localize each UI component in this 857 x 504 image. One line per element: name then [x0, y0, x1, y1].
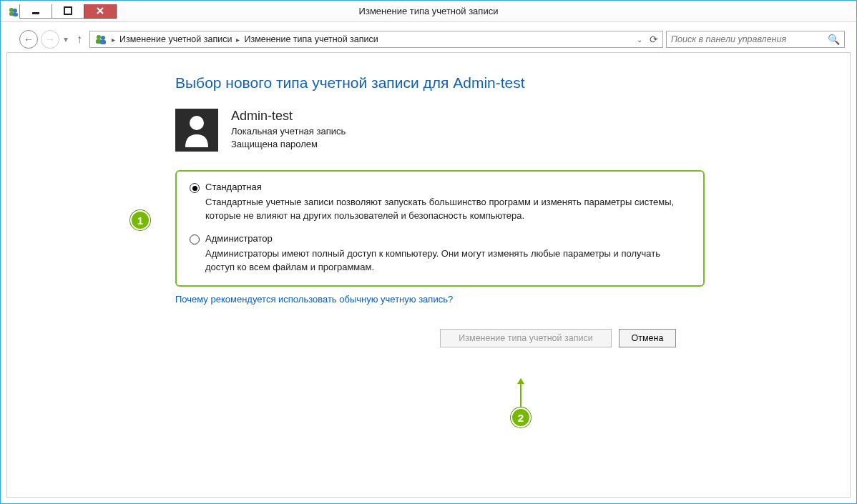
- radio-icon: [190, 234, 200, 244]
- callout-badge-1: 1: [130, 210, 150, 230]
- svg-rect-9: [100, 40, 106, 44]
- page-title: Выбор нового типа учетной записи для Adm…: [175, 74, 821, 92]
- change-account-type-button[interactable]: Изменение типа учетной записи: [440, 329, 612, 347]
- window-frame: Изменение типа учетной записи ← → ▾ ↑ ▸ …: [0, 0, 857, 504]
- user-name: Admin-test: [231, 109, 346, 124]
- user-account-type: Локальная учетная запись: [231, 125, 346, 138]
- app-icon: [8, 6, 19, 17]
- help-link[interactable]: Почему рекомендуется использовать обычну…: [175, 294, 821, 305]
- chevron-right-icon: ▸: [112, 36, 115, 44]
- callout-badge-2: 2: [511, 407, 531, 428]
- callout-arrow: [520, 379, 521, 407]
- breadcrumb-item[interactable]: Изменение учетной записи: [119, 34, 232, 44]
- svg-point-7: [101, 36, 105, 40]
- account-type-options: Стандартная Стандартные учетные записи п…: [175, 170, 705, 287]
- up-button[interactable]: ↑: [77, 33, 82, 46]
- user-password-status: Защищена паролем: [231, 138, 346, 151]
- svg-point-0: [9, 8, 14, 12]
- radio-label: Стандартная: [205, 182, 262, 192]
- svg-rect-4: [32, 12, 39, 14]
- content-pane: Выбор нового типа учетной записи для Adm…: [6, 52, 851, 498]
- maximize-button[interactable]: [52, 4, 84, 19]
- radio-administrator[interactable]: Администратор: [190, 233, 690, 244]
- radio-description: Администраторы имеют полный доступ к ком…: [205, 247, 690, 275]
- cancel-button[interactable]: Отмена: [619, 329, 676, 347]
- breadcrumb-item[interactable]: Изменение типа учетной записи: [244, 34, 378, 44]
- search-input[interactable]: Поиск в панели управления 🔍: [666, 31, 845, 48]
- window-controls: [19, 4, 119, 19]
- user-summary: Admin-test Локальная учетная запись Защи…: [175, 109, 821, 152]
- svg-rect-5: [64, 7, 72, 14]
- radio-label: Администратор: [205, 233, 273, 244]
- chevron-right-icon: ▸: [236, 36, 240, 44]
- avatar: [175, 109, 218, 152]
- forward-button[interactable]: →: [41, 30, 59, 49]
- refresh-icon[interactable]: ⟳: [650, 34, 658, 45]
- back-button[interactable]: ←: [19, 30, 38, 49]
- search-placeholder: Поиск в панели управления: [671, 34, 828, 44]
- close-button[interactable]: [84, 4, 117, 19]
- minimize-button[interactable]: [19, 4, 52, 19]
- svg-rect-3: [13, 13, 18, 16]
- radio-icon: [190, 183, 200, 193]
- action-buttons: Изменение типа учетной записи Отмена: [440, 329, 821, 347]
- svg-point-1: [13, 9, 17, 13]
- history-dropdown-icon[interactable]: ▾: [64, 34, 68, 44]
- svg-point-10: [190, 116, 204, 130]
- radio-description: Стандартные учетные записи позволяют зап…: [205, 196, 690, 223]
- breadcrumb: Изменение учетной записи ▸ Изменение тип…: [119, 34, 632, 44]
- address-bar[interactable]: ▸ Изменение учетной записи ▸ Изменение т…: [89, 31, 663, 48]
- chevron-down-icon[interactable]: ⌄: [637, 36, 642, 44]
- toolbar: ← → ▾ ↑ ▸ Изменение учетной записи ▸ Изм…: [6, 28, 851, 51]
- radio-standard[interactable]: Стандартная: [190, 182, 690, 193]
- search-icon: 🔍: [828, 34, 840, 45]
- svg-point-6: [97, 35, 101, 39]
- users-icon: [94, 33, 107, 46]
- titlebar: Изменение типа учетной записи: [1, 1, 856, 22]
- window-title: Изменение типа учетной записи: [1, 6, 856, 16]
